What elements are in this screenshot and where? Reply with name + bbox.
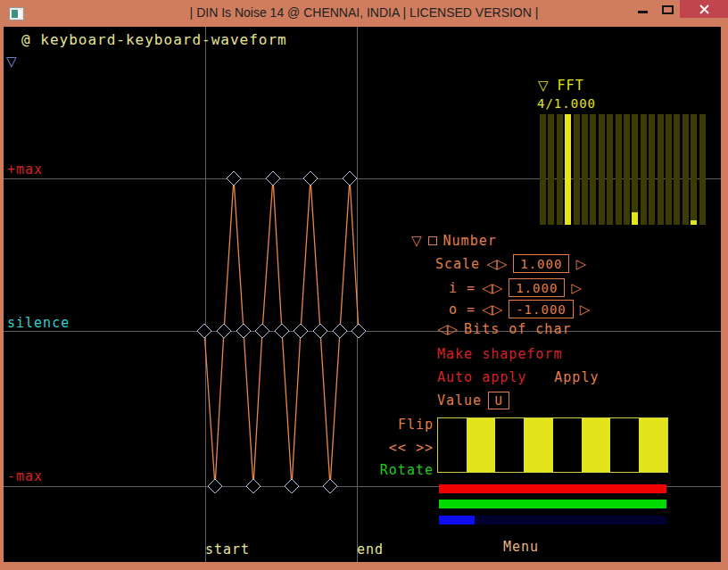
app-window: | DIN Is Noise 14 @ CHENNAI, INDIA | LIC… [0,0,728,570]
editor-canvas[interactable]: @ keyboard-keyboard-waveform ▽ +max sile… [4,27,721,562]
collapse-triangle-icon[interactable]: ▽ [6,54,17,70]
input-value-field[interactable]: 1.000 [509,278,565,297]
control-point-diamond[interactable] [352,324,366,338]
number-panel-title: Number [443,233,497,249]
apply-row: Auto apply Apply [437,369,599,385]
shift-buttons[interactable]: << >> [389,440,434,456]
bits-stepper-icon[interactable]: ◁▷ [437,321,458,337]
rotate-button[interactable]: Rotate [380,462,434,478]
flip-button[interactable]: Flip [398,417,434,433]
close-icon [699,4,709,14]
bits-row: ◁▷ Bits of char [437,321,571,337]
output-value-field[interactable]: -1.000 [509,300,574,318]
neg-max-label: -max [7,468,43,484]
number-square-icon[interactable] [428,236,437,245]
bit-stripe-on[interactable] [524,418,552,472]
control-point-diamond[interactable] [343,171,357,186]
value-field[interactable]: U [488,392,509,409]
control-point-diamond[interactable] [275,324,289,338]
output-increment-icon[interactable]: ▷ [580,302,591,318]
control-point-diamond[interactable] [313,324,327,338]
red-slider-bar[interactable] [439,484,666,493]
output-stepper-icon[interactable]: ◁▷ [482,302,502,318]
control-point-diamond[interactable] [208,479,222,493]
bit-stripe-on[interactable] [639,418,667,472]
loop-start-label[interactable]: start [205,541,250,558]
auto-apply-button[interactable]: Auto apply [437,369,526,385]
input-increment-icon[interactable]: ▷ [571,280,582,296]
control-point-diamond[interactable] [236,324,251,338]
make-shapeform-button[interactable]: Make shapeform [437,346,562,362]
number-triangle-icon[interactable]: ▽ [411,233,422,249]
silence-label: silence [7,315,70,331]
close-button[interactable] [680,0,728,18]
blue-slider-bar[interactable] [439,516,666,525]
bit-stripe-off[interactable] [553,418,582,472]
bits-of-char-label[interactable]: Bits of char [464,321,571,337]
waveform-plot[interactable] [4,27,721,562]
maximize-icon [662,5,674,14]
output-row: o = ◁▷ -1.000 ▷ [449,300,590,318]
control-point-diamond[interactable] [285,479,299,493]
fft-header[interactable]: ▽ FFT [538,78,584,94]
scale-value-field[interactable]: 1.000 [513,254,569,273]
scale-label: Scale [435,256,480,272]
scale-stepper-icon[interactable]: ◁▷ [486,256,507,272]
value-row: Value U [437,392,509,409]
control-point-diamond[interactable] [246,479,261,493]
pos-max-label: +max [7,161,43,178]
fft-title: FFT [558,78,584,94]
window-controls [632,0,728,18]
input-row: i = ◁▷ 1.000 ▷ [449,278,582,297]
green-slider-bar[interactable] [439,500,666,508]
minimize-button[interactable] [632,0,656,18]
input-stepper-icon[interactable]: ◁▷ [482,280,502,296]
control-point-diamond[interactable] [266,171,280,186]
bit-stripe-off[interactable] [495,418,524,472]
bit-stripe-on[interactable] [467,418,495,472]
control-point-diamond[interactable] [217,324,231,338]
titlebar[interactable]: | DIN Is Noise 14 @ CHENNAI, INDIA | LIC… [0,0,728,27]
window-title: | DIN Is Noise 14 @ CHENNAI, INDIA | LIC… [0,0,728,25]
maximize-button[interactable] [656,0,680,18]
apply-button[interactable]: Apply [554,369,599,385]
loop-end-label[interactable]: end [357,541,384,558]
scale-increment-icon[interactable]: ▷ [575,256,586,272]
blue-slider-fill [439,516,475,525]
bit-stripe-on[interactable] [582,418,610,472]
bit-stripe-off[interactable] [438,418,467,472]
minimize-icon [638,11,648,13]
control-point-diamond[interactable] [294,324,308,338]
input-label: i = [449,280,476,296]
number-panel-header[interactable]: ▽ Number [411,233,497,249]
bit-stripe-off[interactable] [610,418,639,472]
fft-readout: 4/1.000 [537,96,596,111]
control-point-diamond[interactable] [227,171,241,186]
control-point-diamond[interactable] [333,324,347,338]
bits-stripe-display[interactable] [437,417,668,473]
value-label: Value [437,392,482,409]
scale-row: Scale ◁▷ 1.000 ▷ [435,254,586,273]
control-point-diamond[interactable] [323,479,337,493]
control-point-diamond[interactable] [303,171,318,186]
fft-triangle-icon[interactable]: ▽ [538,78,549,94]
editor-title: @ keyboard-keyboard-waveform [21,31,287,48]
output-label: o = [449,302,476,318]
control-point-diamond[interactable] [255,324,269,338]
menu-button[interactable]: Menu [503,539,539,555]
control-point-diamond[interactable] [197,324,211,338]
